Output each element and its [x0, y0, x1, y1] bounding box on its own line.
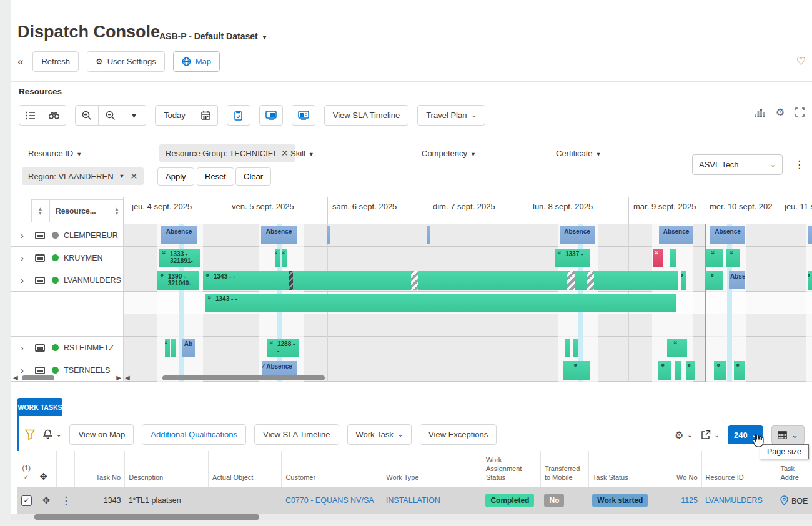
utilization-chart-icon[interactable] — [755, 108, 765, 117]
alert-bar[interactable]: » — [653, 249, 663, 267]
column-header[interactable]: Transferred to Mobile — [540, 451, 588, 487]
collapse-panel-button[interactable]: « — [17, 56, 23, 68]
expand-chevron-icon[interactable]: › — [21, 230, 28, 241]
bar-hatch-marker[interactable] — [567, 271, 575, 290]
drag-handle-icon[interactable]: ✥ — [42, 495, 51, 505]
task-bar[interactable]: »1390 - 321040- — [157, 271, 199, 290]
zoom-options-button[interactable]: ▼ — [122, 105, 146, 126]
filter-funnel-icon[interactable] — [25, 429, 35, 440]
absence-bar[interactable] — [327, 226, 330, 244]
task-bar[interactable]: »1337 - — [555, 249, 590, 267]
zoom-out-button[interactable] — [99, 105, 122, 126]
zoom-in-button[interactable] — [75, 105, 99, 126]
task-bar[interactable]: » — [681, 271, 686, 290]
task-bar[interactable]: »1288 - - — [267, 339, 299, 357]
task-bar[interactable] — [171, 339, 176, 357]
row-checkbox[interactable]: ✓ — [21, 495, 32, 506]
view-on-map-button[interactable]: View on Map — [69, 424, 134, 445]
column-header[interactable]: (1)✓ — [17, 451, 36, 487]
column-header[interactable]: Customer — [282, 451, 382, 487]
sort-column[interactable]: ▲▼ — [31, 199, 49, 222]
table-row[interactable]: ✓✥⋮13431*TL1 plaatsenC0770 - EQUANS NV/S… — [17, 487, 812, 514]
expand-chevron-icon[interactable]: › — [21, 252, 28, 263]
task-bar[interactable]: »1343 - - — [203, 271, 678, 290]
task-bar[interactable] — [670, 249, 676, 267]
route-plan-button[interactable] — [227, 105, 250, 126]
screen-view-button[interactable] — [259, 105, 283, 126]
expand-chevron-icon[interactable]: › — [21, 275, 28, 285]
bar-hatch-marker[interactable] — [411, 271, 418, 290]
wt-view-sla-timeline-button[interactable]: View SLA Timeline — [254, 424, 339, 445]
notifications-bell[interactable]: ⌄ — [43, 429, 61, 440]
wo_no-link[interactable]: 1125 — [681, 496, 698, 505]
bar-hatch-marker[interactable] — [587, 271, 594, 290]
work_type-link[interactable]: INSTALLATION — [386, 496, 440, 505]
apply-button[interactable]: Apply — [157, 167, 194, 186]
find-resource-button[interactable] — [42, 105, 66, 126]
map-button[interactable]: Map — [173, 51, 220, 72]
task-bar[interactable] — [573, 339, 578, 357]
task-bar[interactable]: »1333 - 321891- — [159, 249, 200, 267]
resource-name[interactable]: KRUYMEN — [64, 254, 103, 262]
resource-group-chip[interactable]: Resource Group: TECHNICIEI ✕ — [159, 144, 295, 162]
task-bar[interactable]: »1343 - - — [205, 294, 676, 312]
task-bar[interactable]: » — [275, 249, 280, 267]
row-menu-icon[interactable]: ⋮ — [61, 495, 71, 507]
resource-name[interactable]: CLEMPEREUR — [64, 231, 118, 240]
column-header[interactable]: Task Status — [588, 451, 658, 487]
column-header[interactable]: Description — [125, 451, 209, 487]
absence-bar[interactable] — [808, 226, 812, 244]
list-view-button[interactable] — [19, 105, 42, 126]
absence-bar[interactable]: Absence — [560, 226, 595, 244]
region-chip[interactable]: Region: VLAANDEREN ▼ ✕ — [22, 167, 144, 185]
scrollbar-thumb[interactable] — [162, 375, 325, 380]
refresh-button[interactable]: Refresh — [32, 51, 79, 72]
expand-chevron-icon[interactable]: › — [21, 342, 28, 353]
close-icon[interactable]: ✕ — [130, 171, 137, 181]
absence-bar[interactable] — [427, 226, 430, 244]
task-bar[interactable]: » — [282, 249, 287, 267]
column-header[interactable] — [57, 451, 75, 487]
favorite-heart-icon[interactable]: ♡ — [796, 55, 806, 68]
absence-bar[interactable]: Absence — [261, 226, 297, 244]
close-icon[interactable]: ✕ — [281, 148, 289, 158]
resource-list-scrollbar[interactable]: ◀ ▶ — [13, 374, 121, 382]
column-header[interactable]: Work Assignment Status — [482, 451, 540, 487]
filters-overflow-menu[interactable]: ⋮ — [794, 158, 805, 171]
column-header[interactable]: Actual Object — [208, 451, 282, 487]
dataset-selector[interactable]: ASB-P - Default Dataset▾ — [159, 31, 266, 41]
resource-name[interactable]: LVANMULDERS — [64, 276, 121, 285]
scroll-left-icon[interactable]: ◀ — [13, 374, 18, 382]
calendar-button[interactable] — [194, 105, 218, 126]
scrollbar-thumb[interactable] — [34, 514, 259, 520]
resource_id-link[interactable]: LVANMULDERS — [705, 496, 763, 505]
customer-link[interactable]: C0770 - EQUANS NV/SA — [285, 496, 374, 505]
scroll-right-icon[interactable]: ▶ — [116, 374, 121, 382]
table-settings[interactable]: ⚙ ⌄ — [675, 429, 693, 441]
scrollbar-thumb[interactable] — [22, 375, 54, 380]
travel-plan-button[interactable]: Travel Plan ⌄ — [417, 105, 485, 126]
filter-skill[interactable]: Skill▼ — [290, 149, 314, 158]
filter-certificate[interactable]: Certificate▼ — [556, 149, 601, 158]
tab-work-tasks[interactable]: WORK TASKS — [17, 398, 62, 416]
reset-button[interactable]: Reset — [197, 167, 234, 186]
task-bar[interactable]: » — [808, 271, 812, 290]
resource-name[interactable]: RSTEINMETZ — [64, 344, 114, 352]
absence-bar[interactable]: Ab — [182, 339, 195, 357]
screen-list-button[interactable] — [292, 105, 315, 126]
filter-resource-id[interactable]: Resource ID▼ — [28, 149, 82, 158]
column-header[interactable]: Task No — [75, 451, 125, 487]
timeline-scrollbar[interactable]: ◀ — [125, 374, 810, 382]
export-menu[interactable]: ⌄ — [701, 430, 720, 440]
column-header[interactable]: Wo No — [658, 451, 701, 487]
resource-column-header[interactable]: Resource... ▲▼ — [49, 199, 123, 222]
user-settings-button[interactable]: ⚙ User Settings — [87, 51, 165, 72]
today-button[interactable]: Today — [155, 105, 194, 126]
task-bar[interactable]: » — [165, 339, 170, 357]
tech-group-select[interactable]: ASVL Tech ⌄ — [692, 154, 783, 175]
additional-qualifications-button[interactable]: Additional Qualifications — [142, 424, 246, 445]
view-sla-timeline-button[interactable]: View SLA Timeline — [324, 105, 408, 126]
column-header[interactable]: Work Type — [382, 451, 482, 487]
task-bar[interactable] — [565, 339, 570, 357]
view-exceptions-button[interactable]: View Exceptions — [420, 424, 497, 445]
